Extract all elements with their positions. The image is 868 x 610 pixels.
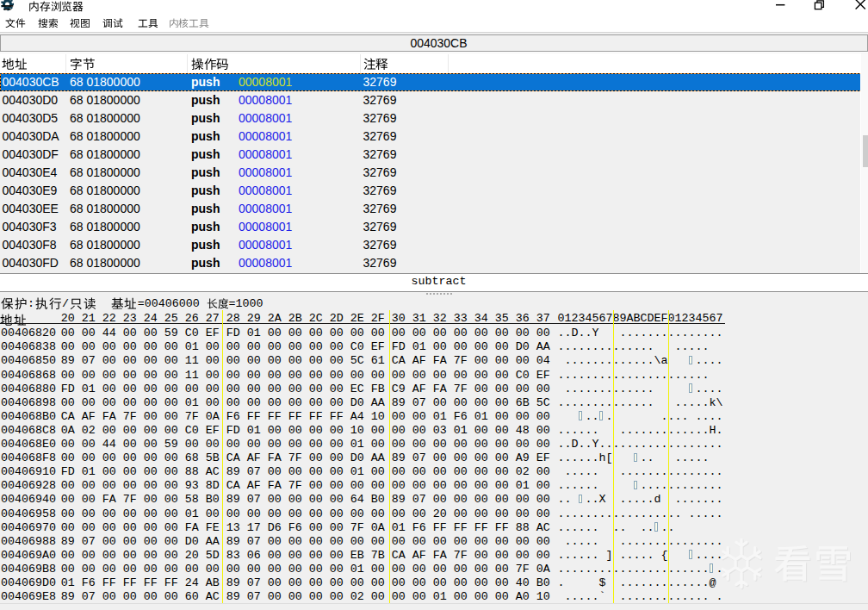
hex-byte[interactable]: AF bbox=[412, 549, 426, 563]
hex-byte[interactable]: 00 bbox=[123, 563, 137, 576]
hex-byte[interactable]: 00 bbox=[268, 383, 282, 396]
hex-byte[interactable]: 00 bbox=[330, 535, 344, 549]
hex-byte[interactable]: 00 bbox=[495, 590, 509, 604]
hex-byte[interactable]: 00 bbox=[309, 438, 323, 451]
hex-byte[interactable]: 00 bbox=[164, 521, 178, 535]
hex-byte[interactable]: D6 bbox=[268, 521, 282, 535]
disassembly-row[interactable]: 004030CB68 01800000push0000800132769 bbox=[0, 73, 866, 91]
hex-byte[interactable]: F6 bbox=[412, 521, 426, 535]
hex-byte[interactable]: 00 bbox=[454, 535, 468, 549]
hex-byte[interactable]: AA bbox=[206, 535, 220, 549]
hex-byte[interactable]: FD bbox=[226, 424, 240, 438]
hex-byte[interactable]: 00 bbox=[206, 563, 220, 576]
hex-byte[interactable]: 00 bbox=[412, 438, 426, 451]
hex-byte[interactable]: 00 bbox=[144, 354, 158, 368]
hex-byte[interactable]: 00 bbox=[268, 590, 282, 604]
hex-byte[interactable]: 00 bbox=[474, 327, 488, 340]
hex-row[interactable]: 004069A0000000000000205D830600000000EB7B… bbox=[0, 549, 868, 563]
hex-byte[interactable]: 00 bbox=[309, 549, 323, 563]
hex-byte[interactable]: 00 bbox=[144, 451, 158, 465]
disassembly-row[interactable]: 004030E968 01800000push0000800132769 bbox=[0, 182, 866, 200]
hex-byte[interactable]: 00 bbox=[288, 396, 302, 410]
hex-byte[interactable]: 89 bbox=[61, 535, 75, 549]
hex-byte[interactable]: 01 bbox=[247, 424, 261, 438]
hex-byte[interactable]: 00 bbox=[61, 507, 75, 521]
hex-byte[interactable]: 89 bbox=[61, 354, 75, 368]
hex-byte[interactable]: 00 bbox=[164, 535, 178, 549]
hex-byte[interactable]: D0 bbox=[350, 451, 364, 465]
hex-byte[interactable]: AA bbox=[536, 340, 550, 354]
hex-byte[interactable]: 00 bbox=[268, 424, 282, 438]
hex-byte[interactable]: FF bbox=[164, 576, 178, 590]
hex-byte[interactable]: 00 bbox=[123, 424, 137, 438]
hex-byte[interactable]: 00 bbox=[433, 493, 447, 507]
hex-row[interactable]: 0040695800000000000001000000000000000000… bbox=[0, 507, 868, 521]
hex-byte[interactable]: 00 bbox=[495, 465, 509, 479]
hex-byte[interactable]: AA bbox=[371, 451, 385, 465]
hex-byte[interactable]: 89 bbox=[392, 451, 406, 465]
hex-byte[interactable]: 00 bbox=[330, 383, 344, 396]
hex-byte[interactable]: FF bbox=[495, 521, 509, 535]
hex-byte[interactable]: 5B bbox=[206, 451, 220, 465]
hex-byte[interactable]: 00 bbox=[82, 479, 96, 493]
hex-byte[interactable]: 64 bbox=[350, 493, 364, 507]
hex-byte[interactable]: FF bbox=[454, 521, 468, 535]
hex-byte[interactable]: 00 bbox=[247, 507, 261, 521]
hex-byte[interactable]: 02 bbox=[516, 465, 530, 479]
hex-byte[interactable]: 00 bbox=[185, 563, 199, 576]
hex-byte[interactable]: 24 bbox=[185, 576, 199, 590]
hex-byte[interactable]: 00 bbox=[392, 576, 406, 590]
hex-byte[interactable]: 00 bbox=[495, 576, 509, 590]
hex-row[interactable]: 004068C80A0200000000C0EFFD01000000001000… bbox=[0, 424, 868, 438]
hex-byte[interactable]: 00 bbox=[392, 479, 406, 493]
hex-byte[interactable]: FA bbox=[102, 493, 116, 507]
hex-byte[interactable]: 20 bbox=[433, 507, 447, 521]
menu-item-1[interactable] bbox=[5, 18, 26, 34]
vertical-scrollbar[interactable] bbox=[860, 53, 868, 274]
hex-byte[interactable]: 00 bbox=[268, 507, 282, 521]
hex-byte[interactable]: 00 bbox=[412, 410, 426, 424]
hex-byte[interactable]: 00 bbox=[206, 354, 220, 368]
hex-byte[interactable]: EF bbox=[206, 327, 220, 340]
hex-byte[interactable]: 89 bbox=[226, 493, 240, 507]
hex-byte[interactable]: 01 bbox=[350, 465, 364, 479]
hex-byte[interactable]: 00 bbox=[226, 383, 240, 396]
hex-byte[interactable]: 00 bbox=[433, 451, 447, 465]
menu-item-5[interactable] bbox=[138, 18, 158, 34]
hex-byte[interactable]: 6B bbox=[516, 396, 530, 410]
hex-byte[interactable]: 00 bbox=[82, 340, 96, 354]
hex-byte[interactable]: 59 bbox=[164, 327, 178, 340]
hex-byte[interactable]: 00 bbox=[164, 479, 178, 493]
hex-byte[interactable]: 07 bbox=[247, 535, 261, 549]
hex-byte[interactable]: 00 bbox=[454, 438, 468, 451]
hex-byte[interactable]: 01 bbox=[247, 327, 261, 340]
hex-byte[interactable]: 00 bbox=[102, 507, 116, 521]
hex-byte[interactable]: 00 bbox=[288, 438, 302, 451]
hex-byte[interactable]: 00 bbox=[495, 369, 509, 383]
hex-row[interactable]: 004069D001F6FFFFFFFF24AB8907000000000000… bbox=[0, 576, 868, 590]
hex-byte[interactable]: FF bbox=[309, 410, 323, 424]
hex-byte[interactable]: EF bbox=[371, 340, 385, 354]
hex-byte[interactable]: 10 bbox=[350, 424, 364, 438]
hex-byte[interactable]: 44 bbox=[102, 327, 116, 340]
hex-byte[interactable]: 00 bbox=[371, 535, 385, 549]
hex-byte[interactable]: 68 bbox=[185, 451, 199, 465]
hex-byte[interactable]: 00 bbox=[474, 479, 488, 493]
hex-byte[interactable]: 40 bbox=[516, 576, 530, 590]
hex-byte[interactable]: FF bbox=[433, 521, 447, 535]
hex-byte[interactable]: 58 bbox=[185, 493, 199, 507]
hex-byte[interactable]: 00 bbox=[516, 383, 530, 396]
hex-byte[interactable]: 00 bbox=[454, 396, 468, 410]
hex-byte[interactable]: 00 bbox=[309, 521, 323, 535]
hex-byte[interactable]: 00 bbox=[82, 327, 96, 340]
hex-byte[interactable]: 00 bbox=[288, 507, 302, 521]
hex-byte[interactable]: 00 bbox=[144, 424, 158, 438]
hex-byte[interactable]: 00 bbox=[516, 507, 530, 521]
hex-byte[interactable]: CA bbox=[392, 354, 406, 368]
hex-byte[interactable]: 00 bbox=[495, 340, 509, 354]
hex-byte[interactable]: 00 bbox=[309, 563, 323, 576]
hex-byte[interactable]: 7F bbox=[516, 563, 530, 576]
hex-byte[interactable]: 7F bbox=[288, 479, 302, 493]
hex-byte[interactable]: 00 bbox=[123, 396, 137, 410]
hex-byte[interactable]: 00 bbox=[433, 396, 447, 410]
